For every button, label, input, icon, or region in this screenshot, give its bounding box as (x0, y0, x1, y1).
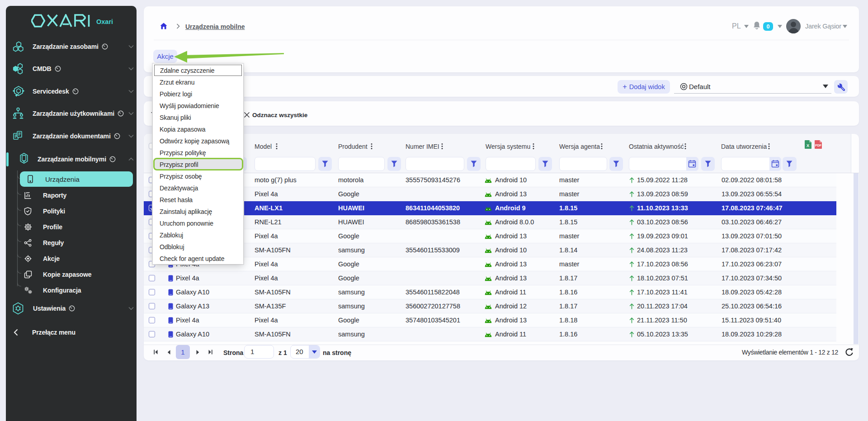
svg-text:X: X (807, 143, 809, 148)
svg-text:Oxari: Oxari (96, 18, 113, 25)
svg-text:PDF: PDF (815, 144, 822, 147)
